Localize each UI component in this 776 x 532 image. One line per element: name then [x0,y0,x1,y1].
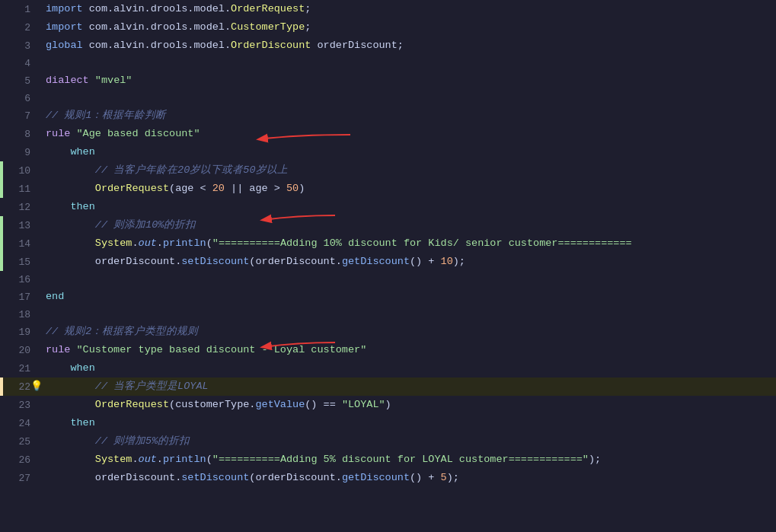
code-line: 11 OrderRequest(age < 20 || age > 50) [0,180,776,198]
line-number: 19 [0,323,37,341]
code-line: 6 [0,90,776,107]
line-number: 12 [0,198,37,216]
line-number: 17 [0,288,37,306]
token-plain: orderDiscount; [311,40,404,51]
token-cls: OrderRequest [95,399,169,410]
token-kw-import: import [46,21,83,33]
code-line: 💡22 // 当客户类型是LOYAL [0,377,776,396]
token-method: setDiscount [181,256,249,267]
token-str: "==========Adding 5% discount for LOYAL … [212,454,589,465]
line-indicator [0,216,3,234]
token-plain: (customerType. [169,399,255,410]
line-number: 22 [0,377,37,396]
line-content: // 则添加10%的折扣 [37,216,776,234]
token-method: getValue [255,399,305,410]
line-number: 11 [0,180,37,198]
line-number: 3 [0,37,37,55]
token-plain: ); [589,454,601,465]
token-method-italic: out [139,454,157,465]
line-content: rule "Customer type based discount - Loy… [37,341,776,359]
token-plain: . [157,237,163,249]
code-line: 26 System.out.println("==========Adding … [0,451,776,469]
token-comment: // 当客户年龄在20岁以下或者50岁以上 [95,164,288,176]
line-number: 7 [0,107,37,125]
code-line: 24 then [0,414,776,432]
line-number: 26 [0,451,37,469]
code-line: 12 then [0,198,776,216]
line-content: then [37,198,776,216]
line-content [37,271,776,288]
token-method: println [163,454,206,465]
code-line: 20rule "Customer type based discount - L… [0,341,776,359]
line-number: 25 [0,432,37,451]
code-line: 9 when [0,143,776,161]
line-number: 8 [0,125,37,143]
token-plain [70,128,76,139]
token-kw-rule: rule [46,344,70,355]
line-content: // 规则1：根据年龄判断 [37,107,776,125]
token-plain: orderDiscount. [95,472,181,483]
token-plain: (orderDiscount. [249,256,342,267]
token-plain: . [132,237,138,249]
token-cls: System [95,454,133,465]
token-method: getDiscount [342,472,410,483]
token-plain [89,75,95,86]
token-plain: com.alvin.drools.model. [83,40,231,51]
line-number: 10 [0,161,37,180]
code-line: 23 OrderRequest(customerType.getValue() … [0,396,776,414]
code-line: 5dialect "mvel" [0,72,776,90]
line-number: 18 [0,306,37,323]
line-number: 2 [0,18,37,37]
token-kw-when: when [70,362,94,374]
code-line: 10 // 当客户年龄在20岁以下或者50岁以上 [0,161,776,180]
token-plain: ) [299,183,305,194]
line-content: dialect "mvel" [37,72,776,90]
code-line: 14 System.out.println("==========Adding … [0,234,776,253]
token-comment: // 规则2：根据客户类型的规则 [46,326,198,337]
code-line: 18 [0,306,776,323]
line-content: OrderRequest(age < 20 || age > 50) [37,180,776,198]
token-method: println [163,237,206,249]
line-content: // 当客户年龄在20岁以下或者50岁以上 [37,161,776,180]
token-plain: ); [453,256,465,267]
line-content: rule "Age based discount" [37,125,776,143]
line-content: when [37,143,776,161]
token-str: "mvel" [95,75,133,86]
token-plain: com.alvin.drools.model. [83,21,231,33]
token-kw-rule: rule [46,128,70,139]
token-kw-when: when [70,146,94,158]
code-line: 13 // 则添加10%的折扣 [0,216,776,234]
code-line: 16 [0,271,776,288]
line-content: // 则增加5%的折扣 [37,432,776,451]
token-kw-dialect: dialect [46,75,89,86]
code-area: 1import com.alvin.drools.model.OrderRequ… [0,0,776,532]
token-comment: // 则增加5%的折扣 [95,435,190,447]
token-str: "==========Adding 10% discount for Kids/… [212,237,632,249]
token-num: 10 [441,256,453,267]
line-indicator [0,180,3,198]
token-method-italic: out [139,237,157,249]
code-line: 19// 规则2：根据客户类型的规则 [0,323,776,341]
line-content: import com.alvin.drools.model.OrderReque… [37,0,776,18]
token-str: "Age based discount" [77,128,200,139]
line-number: 14 [0,234,37,253]
line-content: import com.alvin.drools.model.CustomerTy… [37,18,776,37]
line-number: 20 [0,341,37,359]
token-kw-import: import [46,3,83,14]
token-num: 5 [441,472,447,483]
line-content: orderDiscount.setDiscount(orderDiscount.… [37,469,776,487]
code-line: 3global com.alvin.drools.model.OrderDisc… [0,37,776,55]
token-plain: ; [305,21,311,33]
line-number: 13 [0,216,37,234]
token-plain: (orderDiscount. [249,472,342,483]
token-plain: (age < [169,183,212,194]
token-str: "LOYAL" [342,399,385,410]
line-number: 27 [0,469,37,487]
token-plain: ; [305,3,311,14]
token-cls: OrderRequest [231,3,305,14]
token-kw-then: then [70,201,94,212]
line-indicator [0,161,3,180]
token-comment: // 当客户类型是LOYAL [95,381,209,392]
line-number: 24 [0,414,37,432]
line-number: 6 [0,90,37,107]
